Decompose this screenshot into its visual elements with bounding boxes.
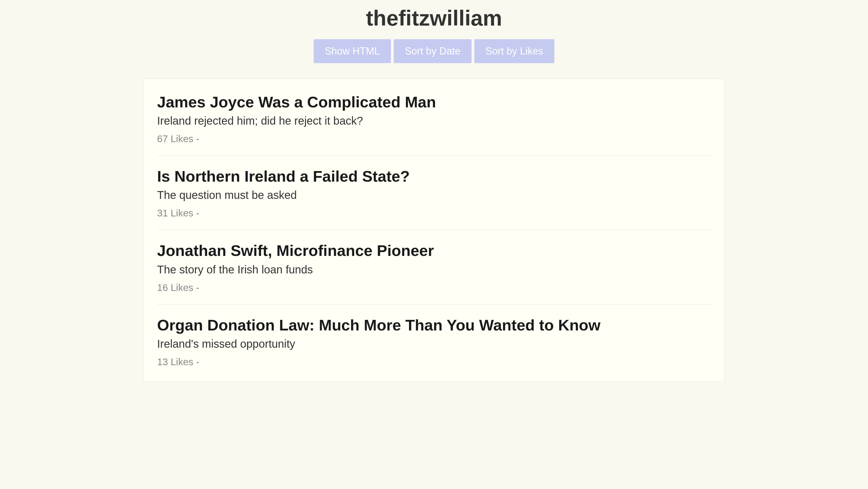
posts-panel: James Joyce Was a Complicated Man Irelan… bbox=[144, 79, 724, 381]
post-item: Jonathan Swift, Microfinance Pioneer The… bbox=[157, 241, 711, 304]
post-title[interactable]: Is Northern Ireland a Failed State? bbox=[157, 167, 711, 186]
post-meta: 31 Likes - bbox=[157, 208, 711, 219]
post-title[interactable]: James Joyce Was a Complicated Man bbox=[157, 93, 711, 111]
page-container: thefitzwilliam Show HTML Sort by Date So… bbox=[142, 0, 726, 387]
post-subtitle: The question must be asked bbox=[157, 189, 711, 202]
post-meta: 16 Likes - bbox=[157, 282, 711, 293]
sort-by-date-button[interactable]: Sort by Date bbox=[394, 39, 471, 63]
show-html-button[interactable]: Show HTML bbox=[314, 39, 391, 63]
button-row: Show HTML Sort by Date Sort by Likes bbox=[142, 39, 726, 63]
post-subtitle: Ireland's missed opportunity bbox=[157, 338, 711, 350]
post-title[interactable]: Jonathan Swift, Microfinance Pioneer bbox=[157, 241, 711, 260]
post-subtitle: Ireland rejected him; did he reject it b… bbox=[157, 115, 711, 127]
post-item: Is Northern Ireland a Failed State? The … bbox=[157, 167, 711, 230]
sort-by-likes-button[interactable]: Sort by Likes bbox=[474, 39, 554, 63]
post-item: Organ Donation Law: Much More Than You W… bbox=[157, 316, 711, 367]
post-meta: 13 Likes - bbox=[157, 356, 711, 367]
post-item: James Joyce Was a Complicated Man Irelan… bbox=[157, 93, 711, 156]
post-title[interactable]: Organ Donation Law: Much More Than You W… bbox=[157, 316, 711, 334]
post-subtitle: The story of the Irish loan funds bbox=[157, 264, 711, 276]
post-meta: 67 Likes - bbox=[157, 133, 711, 144]
page-title: thefitzwilliam bbox=[142, 6, 726, 31]
